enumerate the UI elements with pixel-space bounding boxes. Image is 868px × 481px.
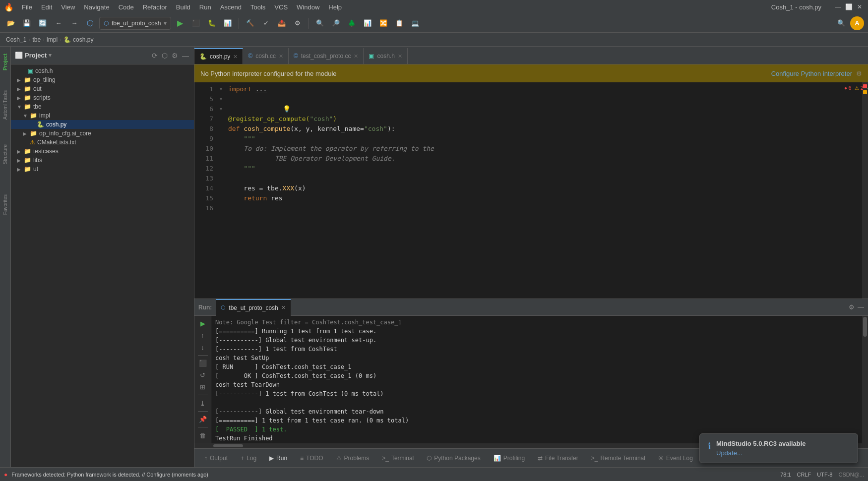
- tab-problems[interactable]: ⚠ Problems: [330, 453, 375, 464]
- breadcrumb-file[interactable]: 🐍cosh.py: [63, 36, 93, 43]
- minimize-panel-button[interactable]: —: [181, 51, 190, 60]
- close-button[interactable]: ✕: [855, 2, 864, 11]
- menu-file[interactable]: File: [18, 2, 36, 12]
- build-button[interactable]: 🔨: [243, 16, 257, 30]
- tab-output[interactable]: ↑ Output: [198, 453, 234, 464]
- console-output[interactable]: Note: Google Test filter = CoshTest.cosh…: [211, 316, 862, 443]
- breadcrumb-impl[interactable]: impl: [47, 36, 58, 43]
- tree-item-op-tiling[interactable]: ▶ 📁 op_tiling: [11, 75, 194, 84]
- tree-item-tbe[interactable]: ▼ 📁 tbe: [11, 102, 194, 111]
- forward-button[interactable]: →: [67, 16, 81, 30]
- vcs2-button[interactable]: 📋: [392, 16, 406, 30]
- menu-window[interactable]: Window: [293, 2, 323, 12]
- run-button[interactable]: ▶: [173, 16, 187, 30]
- settings-button[interactable]: ⚙: [171, 51, 179, 60]
- sidebar-label-project[interactable]: Project: [1, 49, 9, 75]
- tree-item-out[interactable]: ▶ 📁 out: [11, 84, 194, 93]
- project-dropdown-icon[interactable]: ▾: [49, 52, 52, 59]
- menu-build[interactable]: Build: [172, 2, 194, 12]
- tab-event-log[interactable]: ④ Event Log: [652, 453, 699, 464]
- sidebar-label-favorites[interactable]: Favorites: [1, 189, 9, 220]
- rerun-button[interactable]: ↺: [196, 370, 210, 380]
- breadcrumb-root[interactable]: Cosh_1: [6, 36, 26, 43]
- menu-edit[interactable]: Edit: [37, 2, 56, 12]
- run-config-active-tab[interactable]: ⬡ tbe_ut_proto_cosh ✕: [216, 299, 290, 316]
- profile-button[interactable]: 📊: [221, 16, 235, 30]
- menu-help[interactable]: Help: [324, 2, 346, 12]
- tree-item-cosh-h[interactable]: ▣ cosh.h: [11, 66, 194, 75]
- expand-button[interactable]: ⬡: [161, 51, 169, 60]
- stop-run-button[interactable]: ⬛: [196, 359, 210, 368]
- terminal-button[interactable]: 💻: [408, 16, 422, 30]
- hierarchy-button[interactable]: 📊: [361, 16, 374, 30]
- tree-item-op-info[interactable]: ▶ 📁 op_info_cfg.ai_core: [11, 129, 194, 138]
- console-scrollbar[interactable]: [862, 316, 868, 443]
- tab-profiling[interactable]: 📊 Profiling: [488, 453, 531, 464]
- menu-refactor[interactable]: Refactor: [139, 2, 171, 12]
- tab-todo[interactable]: ≡ TODO: [294, 453, 329, 464]
- tab-test-cosh-proto[interactable]: © test_cosh_proto.cc ✕: [289, 48, 364, 64]
- tab-file-transfer[interactable]: ⇄ File Transfer: [532, 453, 584, 464]
- tree-item-libs[interactable]: ▶ 📁 libs: [11, 156, 194, 165]
- breadcrumb-tbe[interactable]: tbe: [32, 36, 41, 43]
- vcs-button[interactable]: 🔀: [376, 16, 390, 30]
- maximize-button[interactable]: ⬜: [844, 2, 853, 11]
- run-tab-close[interactable]: ✕: [281, 304, 286, 311]
- bulb-icon[interactable]: 💡: [283, 105, 291, 113]
- code-content[interactable]: import ... 💡 @register_op_compute("cosh"…: [224, 82, 843, 299]
- structure-button[interactable]: 🌲: [345, 16, 359, 30]
- tab-remote-terminal[interactable]: >_ Remote Terminal: [585, 453, 651, 464]
- zoom-in-button[interactable]: 🔍: [313, 16, 327, 30]
- tab-close-cosh-py[interactable]: ✕: [233, 54, 238, 60]
- tab-cosh-h[interactable]: ▣ cosh.h ✕: [364, 48, 407, 64]
- test-button[interactable]: ✓: [259, 16, 273, 30]
- tab-close-cosh-cc[interactable]: ✕: [279, 53, 283, 60]
- configure-gear-icon[interactable]: ⚙: [856, 70, 862, 77]
- scroll-down-button[interactable]: ↓: [196, 343, 210, 353]
- encoding[interactable]: UTF-8: [817, 472, 832, 478]
- pin-button[interactable]: 📌: [196, 415, 210, 424]
- tab-cosh-py[interactable]: 🐍 cosh.py ✕: [194, 48, 243, 64]
- back-button[interactable]: ←: [52, 16, 65, 30]
- tree-item-cosh-py[interactable]: 🐍 cosh.py: [11, 120, 194, 129]
- stop-button[interactable]: ⬛: [189, 16, 203, 30]
- menu-code[interactable]: Code: [115, 2, 138, 12]
- tab-close-cosh-h[interactable]: ✕: [398, 53, 402, 60]
- tab-cosh-cc[interactable]: © cosh.cc ✕: [243, 48, 289, 64]
- menu-view[interactable]: View: [57, 2, 79, 12]
- tree-item-ut[interactable]: ▶ 📁 ut: [11, 165, 194, 174]
- cursor-position[interactable]: 78:1: [780, 472, 791, 478]
- menu-vcs[interactable]: VCS: [270, 2, 292, 12]
- extra1-button[interactable]: ⚙: [291, 16, 305, 30]
- debug-button[interactable]: 🐛: [205, 16, 219, 30]
- tab-close-test-cosh[interactable]: ✕: [354, 53, 358, 60]
- menu-navigate[interactable]: Navigate: [80, 2, 113, 12]
- sync-button[interactable]: ⟳: [151, 51, 159, 60]
- open-folder-button[interactable]: 📂: [4, 16, 18, 30]
- menu-tools[interactable]: Tools: [247, 2, 269, 12]
- scroll-to-end-button[interactable]: ⤓: [196, 398, 210, 408]
- toggle-layout-button[interactable]: ⊞: [196, 382, 210, 392]
- line-ending[interactable]: CRLF: [797, 472, 811, 478]
- user-avatar[interactable]: A: [850, 16, 864, 30]
- minimize-button[interactable]: —: [833, 2, 842, 11]
- save-button[interactable]: 💾: [20, 16, 34, 30]
- configure-python-link[interactable]: Configure Python interpreter: [771, 70, 852, 77]
- tree-item-testcases[interactable]: ▶ 📁 testcases: [11, 147, 194, 156]
- tab-run[interactable]: ▶ Run: [263, 453, 293, 464]
- search-button[interactable]: 🔍: [834, 16, 848, 30]
- clear-button[interactable]: 🗑: [196, 430, 210, 440]
- run-play-button[interactable]: ▶: [196, 319, 210, 329]
- tab-python-packages[interactable]: ⬡ Python Packages: [421, 453, 486, 464]
- settings-icon[interactable]: ⚙: [849, 303, 855, 311]
- menu-ascend[interactable]: Ascend: [216, 2, 246, 12]
- scroll-up-button[interactable]: ↑: [196, 331, 210, 341]
- tab-log[interactable]: + Log: [235, 453, 262, 464]
- tree-item-cmake[interactable]: ⚠ CMakeLists.txt: [11, 138, 194, 147]
- sidebar-label-automl[interactable]: Automl Tasks: [1, 85, 9, 124]
- zoom-out-button[interactable]: 🔎: [329, 16, 343, 30]
- sidebar-label-structure[interactable]: Structure: [1, 139, 9, 170]
- deploy-button[interactable]: 📤: [275, 16, 289, 30]
- code-editor[interactable]: 1 5 6 7 8 9 10 11 12 13 14 15 16: [194, 82, 868, 299]
- menu-run[interactable]: Run: [195, 2, 215, 12]
